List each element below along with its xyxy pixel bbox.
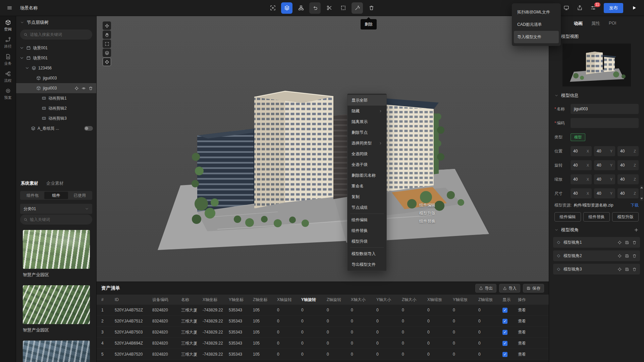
overlay-menu-item[interactable]: 组件编辑 [398,201,435,209]
rail-item-target[interactable]: 预案 [0,88,16,100]
effects-tool[interactable] [352,2,363,14]
model-view-header[interactable]: 模型视图 [549,29,644,44]
rail-item-flow[interactable]: 流程 [0,71,16,83]
cut-tool[interactable] [323,2,335,14]
trash-button[interactable] [632,254,637,258]
trash-button[interactable] [632,240,637,245]
select-area-tool[interactable] [337,2,349,14]
component-edit-button[interactable]: 组件编辑 [554,212,581,222]
context-menu-item[interactable]: 导出模型文件 [347,259,386,270]
panel-scrollbar[interactable] [640,185,643,201]
share-button[interactable] [574,3,585,13]
axis-input[interactable]: 40Y [594,160,615,170]
context-menu-item[interactable]: 复制 [347,191,386,202]
overlay-menu-item[interactable]: 模型升版 [398,209,435,217]
tree-node[interactable]: 场景001 [16,53,96,63]
locate-button[interactable] [618,267,622,272]
context-menu-item[interactable]: 删除图元名称 [347,170,386,181]
view-angle-item[interactable]: 模型视角2 [553,250,640,261]
keyword-search-input[interactable] [30,217,89,222]
play-button[interactable] [629,3,639,13]
trash-button[interactable] [632,267,637,272]
delete-tool[interactable] [366,2,377,14]
segment-component[interactable]: 组件 [44,192,68,199]
axis-input[interactable]: 40Y [594,146,615,156]
preview-screen-button[interactable] [561,3,572,13]
view-action-link[interactable]: 查看 [518,308,526,312]
download-link[interactable]: 下载 [631,202,639,208]
visibility-checkbox[interactable]: ✓ [502,319,507,324]
save-button[interactable] [625,267,629,272]
locate-button[interactable] [618,240,622,245]
rail-item-route[interactable]: 路径 [0,37,16,49]
tab-properties[interactable]: 属性 [591,20,600,26]
context-menu-item[interactable]: 显示全部 [347,95,386,106]
context-menu-item[interactable]: 节点成组 [347,202,386,213]
model-upgrade-button[interactable]: 模型升版 [612,212,639,222]
context-menu-item[interactable]: 隐藏 [347,106,386,116]
locate-icon[interactable] [74,86,79,90]
segment-used[interactable]: 已使用 [68,192,92,199]
tab-system-material[interactable]: 系统素材 [21,180,38,186]
layers-tool[interactable] [281,2,292,14]
context-menu-item[interactable]: 模型升级 [347,236,386,247]
context-menu-item[interactable]: 删除节点 [347,127,386,138]
eye-icon[interactable] [82,86,86,90]
axis-input[interactable]: 40X [571,146,592,156]
visibility-checkbox[interactable]: ✓ [502,308,507,313]
export-button[interactable]: 导出 [475,284,496,293]
tab-animation[interactable]: 动画 [574,20,583,26]
context-menu-item[interactable]: 模型数据导入 [347,248,386,259]
component-replace-button[interactable]: 组件替换 [583,212,610,222]
context-menu-item[interactable]: 全选子级 [347,159,386,170]
visibility-toggle[interactable] [84,126,93,131]
axis-input[interactable]: 40Y [594,188,615,198]
context-menu-item[interactable]: 组件编辑 [347,215,386,225]
rail-item-doc[interactable]: 业务 [0,54,16,66]
model-info-header[interactable]: 模型信息 [549,88,644,103]
tree-node[interactable]: 123456 [16,63,96,73]
visibility-checkbox[interactable]: ✓ [502,330,507,335]
view-action-link[interactable]: 查看 [518,341,526,346]
expand-tool[interactable] [103,40,111,48]
move-tool[interactable] [103,21,111,30]
structure-tool[interactable] [295,2,307,14]
category-select[interactable]: 分类01 [20,204,92,214]
tree-node[interactable]: 动画剪辑1 [16,93,96,103]
material-card[interactable]: 智慧产业园区 [23,230,90,278]
tree-node[interactable]: 动画剪辑2 [16,103,96,113]
settings-button[interactable]: 11 [588,3,598,13]
trash-icon[interactable] [89,86,93,90]
tree-panel-header[interactable]: 节点层级树 [16,16,96,29]
keyword-search[interactable] [20,215,92,225]
view-action-link[interactable]: 查看 [518,319,526,323]
axis-input[interactable]: 40Z [618,188,639,198]
tree-node[interactable]: 动画剪辑3 [16,113,96,123]
import-button[interactable]: 导入 [499,284,520,293]
tab-poi[interactable]: POI [609,20,616,26]
3d-scene[interactable] [97,16,549,282]
axis-input[interactable]: 40Y [594,174,615,184]
axis-input[interactable]: 40X [571,188,592,198]
viewport[interactable]: 组件编辑模型升版组件替换 [97,16,549,282]
locate-tool[interactable] [103,58,111,66]
undo-tool[interactable] [309,2,321,14]
tab-enterprise-material[interactable]: 企业素材 [46,180,64,186]
visibility-checkbox[interactable]: ✓ [502,352,507,357]
scroll-down-arrow[interactable] [640,198,643,199]
view-action-link[interactable]: 查看 [518,330,526,335]
context-menu-item[interactable]: 选择同类型 [347,138,386,148]
tree-node[interactable]: 场景001 [16,43,96,53]
model-views-header[interactable]: 模型视角 [549,223,644,237]
dropdown-menu-item[interactable]: 导入模型文件 [514,31,559,43]
overlay-menu-item[interactable]: 组件替换 [398,217,435,225]
save-button[interactable] [625,240,629,245]
view-angle-item[interactable]: 模型视角1 [553,237,640,248]
code-input[interactable] [571,118,639,128]
axis-input[interactable]: 40Z [618,146,639,156]
dropdown-menu-item[interactable]: CAD图元清单 [514,18,559,31]
view-action-link[interactable]: 查看 [518,352,526,357]
visibility-checkbox[interactable]: ✓ [502,341,507,346]
add-node-tool[interactable] [267,2,278,14]
save-button[interactable]: 保存 [523,284,544,293]
